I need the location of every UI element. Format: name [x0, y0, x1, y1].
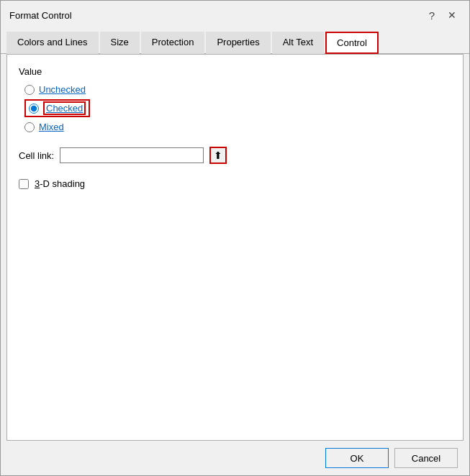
cell-link-row: Cell link: ⬆: [19, 147, 451, 164]
three-d-shading-label: 3-D shading: [35, 178, 85, 189]
radio-checked[interactable]: [29, 104, 39, 114]
radio-group-value: Unchecked Checked Mixed: [24, 84, 451, 132]
radio-item-unchecked[interactable]: Unchecked: [24, 84, 451, 95]
three-d-shading-checkbox[interactable]: [19, 179, 29, 189]
format-control-dialog: Format Control ? ✕ Colors and Lines Size…: [0, 0, 470, 476]
ok-button[interactable]: OK: [325, 448, 389, 468]
tab-properties[interactable]: Properties: [206, 32, 270, 54]
dialog-title: Format Control: [9, 10, 72, 21]
radio-item-checked[interactable]: Checked: [24, 99, 90, 117]
three-d-shading-row: 3-D shading: [19, 178, 451, 189]
tab-colors-and-lines[interactable]: Colors and Lines: [6, 32, 99, 54]
help-button[interactable]: ?: [423, 6, 440, 24]
dialog-footer: OK Cancel: [1, 441, 469, 475]
tab-control[interactable]: Control: [325, 32, 379, 54]
value-section-label: Value: [19, 66, 451, 77]
upload-icon: ⬆: [214, 150, 222, 161]
cell-link-label: Cell link:: [19, 150, 54, 161]
cell-link-select-button[interactable]: ⬆: [209, 147, 227, 164]
content-area: Value Unchecked Checked Mixed Cell link:: [6, 54, 464, 441]
radio-label-checked: Checked: [43, 101, 86, 115]
radio-label-mixed: Mixed: [39, 122, 64, 132]
cell-link-input[interactable]: [60, 147, 204, 163]
tab-protection[interactable]: Protection: [141, 32, 205, 54]
title-bar-right: ? ✕: [423, 6, 461, 24]
cancel-button[interactable]: Cancel: [394, 448, 458, 468]
radio-item-mixed[interactable]: Mixed: [24, 122, 451, 132]
tab-bar: Colors and Lines Size Protection Propert…: [1, 29, 469, 54]
tab-alt-text[interactable]: Alt Text: [272, 32, 324, 54]
radio-label-unchecked: Unchecked: [39, 84, 86, 95]
radio-mixed[interactable]: [24, 122, 35, 132]
radio-unchecked[interactable]: [24, 85, 35, 95]
title-bar-left: Format Control: [9, 10, 72, 21]
close-button[interactable]: ✕: [443, 6, 461, 24]
tab-size[interactable]: Size: [100, 32, 140, 54]
title-bar: Format Control ? ✕: [1, 1, 469, 29]
